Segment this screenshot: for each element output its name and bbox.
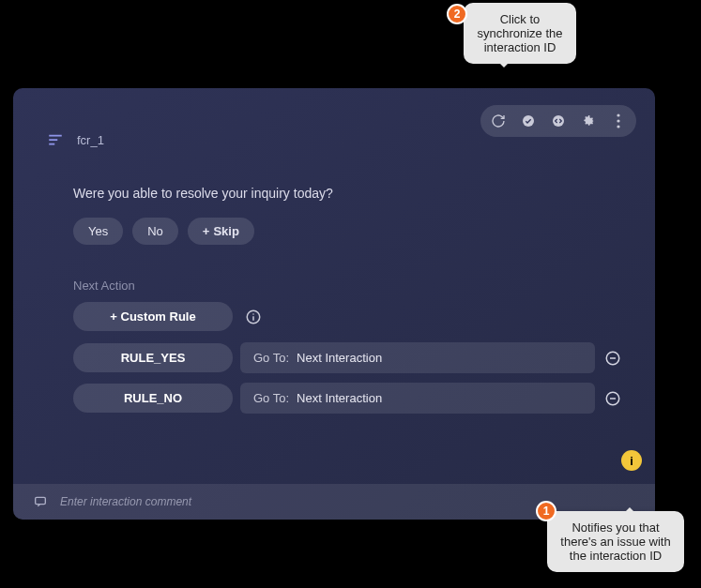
rule-action-label: Go To: (253, 391, 289, 405)
next-action-label: Next Action (73, 279, 632, 293)
rule-action-label: Go To: (253, 351, 289, 365)
rule-name-badge[interactable]: RULE_YES (73, 343, 233, 372)
comment-icon (32, 493, 49, 510)
comment-placeholder: Enter interaction comment (60, 495, 191, 508)
remove-rule-icon[interactable] (602, 388, 623, 409)
warning-glyph: i (630, 454, 633, 468)
svg-rect-7 (49, 143, 54, 145)
question-text: Were you able to resolve your inquiry to… (73, 186, 632, 201)
interaction-title: fcr_1 (77, 133, 104, 147)
refresh-icon[interactable] (486, 109, 511, 133)
annotation-badge-1: 1 (536, 501, 556, 521)
annotation-callout-top: Click to synchronize the interaction ID (464, 3, 576, 64)
svg-point-3 (617, 119, 619, 122)
rule-row: RULE_NO Go To: Next Interaction (73, 383, 623, 414)
custom-rule-row: + Custom Rule (73, 302, 623, 331)
answer-no[interactable]: No (132, 218, 178, 245)
add-custom-rule-label: + Custom Rule (110, 309, 195, 324)
rule-action-value: Next Interaction (297, 391, 382, 405)
answer-skip[interactable]: + Skip (188, 218, 254, 245)
svg-point-2 (617, 113, 619, 116)
answer-options: Yes No + Skip (73, 218, 632, 245)
code-icon[interactable] (546, 109, 571, 133)
annotation-callout-bottom-text: Notifies you that there's an issue with … (560, 520, 670, 563)
svg-point-10 (252, 313, 254, 315)
svg-point-1 (553, 115, 564, 127)
plus-icon: + (203, 224, 210, 238)
answer-yes[interactable]: Yes (73, 218, 123, 245)
svg-point-0 (523, 115, 534, 127)
annotation-callout-bottom: Notifies you that there's an issue with … (547, 511, 684, 572)
warning-badge[interactable]: i (621, 450, 642, 471)
rule-row: RULE_YES Go To: Next Interaction (73, 342, 623, 373)
answer-yes-label: Yes (88, 224, 108, 238)
annotation-badge-2: 2 (447, 4, 467, 24)
rule-name-badge[interactable]: RULE_NO (73, 384, 233, 413)
svg-rect-5 (49, 135, 62, 137)
rule-action[interactable]: Go To: Next Interaction (240, 342, 595, 373)
svg-rect-6 (49, 139, 57, 141)
remove-rule-icon[interactable] (602, 348, 623, 369)
gear-icon[interactable] (576, 109, 601, 133)
rule-action[interactable]: Go To: Next Interaction (240, 383, 595, 414)
annotation-callout-top-text: Click to synchronize the interaction ID (477, 12, 562, 54)
annotation-badge-1-text: 1 (543, 505, 550, 518)
more-icon[interactable] (606, 109, 631, 133)
rule-action-value: Next Interaction (297, 351, 382, 365)
rule-name-label: RULE_YES (121, 351, 186, 365)
info-icon[interactable] (244, 308, 263, 326)
add-custom-rule-button[interactable]: + Custom Rule (73, 302, 233, 331)
svg-point-4 (617, 125, 619, 128)
annotation-badge-2-text: 2 (454, 8, 461, 21)
rules-area: + Custom Rule RULE_YES Go To: Next Inter… (73, 302, 623, 414)
check-circle-icon[interactable] (516, 109, 541, 133)
rule-name-label: RULE_NO (124, 391, 182, 405)
interaction-panel: fcr_1 Were you able to resolve your inqu… (13, 88, 655, 520)
answer-skip-label: Skip (213, 224, 238, 238)
answer-no-label: No (147, 224, 163, 238)
svg-rect-15 (36, 497, 46, 504)
toolbar (480, 105, 636, 137)
segment-icon (45, 129, 66, 150)
